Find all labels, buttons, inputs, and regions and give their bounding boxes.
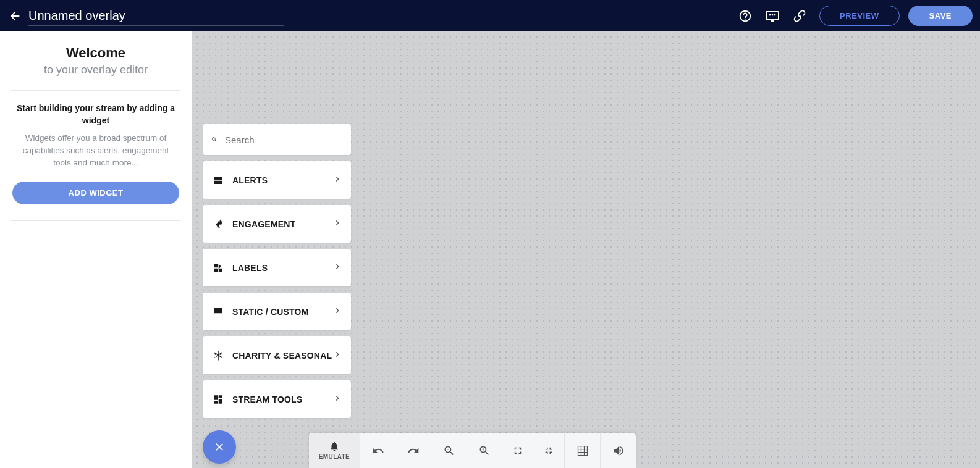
server-icon — [213, 175, 224, 186]
overlay-title-input[interactable] — [28, 6, 284, 26]
zoom-out-button[interactable] — [431, 433, 467, 468]
save-button[interactable]: SAVE — [908, 6, 973, 26]
preview-button[interactable]: PREVIEW — [819, 6, 899, 26]
close-icon — [213, 441, 226, 453]
help-icon — [738, 9, 752, 23]
snowflake-icon — [213, 350, 224, 361]
widget-picker: ALERTS ENGAGEMENT LABELS STATIC / CUSTOM — [203, 124, 351, 418]
category-label: STATIC / CUSTOM — [232, 307, 332, 317]
link-icon — [793, 9, 806, 23]
widget-search-input[interactable] — [225, 135, 342, 145]
svg-rect-3 — [214, 313, 222, 315]
category-charity-seasonal[interactable]: CHARITY & SEASONAL — [203, 336, 351, 374]
category-stream-tools[interactable]: STREAM TOOLS — [203, 380, 351, 418]
arrow-left-icon — [8, 9, 22, 23]
category-labels[interactable]: LABELS — [203, 249, 351, 286]
canvas-toolbar: EMULATE — [309, 433, 636, 468]
chevron-right-icon — [332, 262, 342, 272]
category-engagement[interactable]: ENGAGEMENT — [203, 205, 351, 243]
chevron-right-icon — [332, 306, 342, 315]
fullscreen-exit-icon — [543, 445, 554, 456]
category-label: ALERTS — [232, 175, 332, 185]
volume-icon — [612, 445, 625, 457]
bell-icon — [329, 441, 340, 452]
fullscreen-button[interactable] — [502, 433, 533, 468]
top-bar: PREVIEW SAVE — [0, 0, 980, 31]
svg-point-1 — [772, 14, 774, 15]
welcome-subtitle: to your overlay editor — [11, 64, 180, 77]
category-static-custom[interactable]: STATIC / CUSTOM — [203, 293, 351, 330]
category-label: STREAM TOOLS — [232, 395, 332, 404]
zoom-in-button[interactable] — [467, 433, 502, 468]
divider — [11, 90, 180, 91]
fullscreen-icon — [512, 445, 523, 456]
search-icon — [211, 133, 218, 146]
canvas[interactable]: ALERTS ENGAGEMENT LABELS STATIC / CUSTOM — [192, 31, 980, 468]
chevron-right-icon — [332, 218, 342, 228]
chevron-right-icon — [332, 174, 342, 184]
emulate-label: EMULATE — [319, 453, 350, 460]
sidebar-description: Widgets offer you a broad spectrum of ca… — [11, 132, 180, 170]
emulate-button[interactable]: EMULATE — [309, 433, 360, 468]
undo-button[interactable] — [360, 433, 395, 468]
widget-search[interactable] — [203, 124, 351, 155]
grid-toggle-button[interactable] — [565, 433, 600, 468]
display-settings-button[interactable] — [761, 5, 784, 27]
category-label: CHARITY & SEASONAL — [232, 351, 332, 361]
zoom-out-icon — [443, 445, 455, 457]
fullscreen-exit-button[interactable] — [533, 433, 564, 468]
redo-button[interactable] — [395, 433, 431, 468]
zoom-in-icon — [478, 445, 491, 457]
sidebar-lead: Start building your stream by adding a w… — [11, 102, 180, 127]
back-button[interactable] — [7, 9, 22, 23]
volume-button[interactable] — [601, 433, 636, 468]
monitor-icon — [765, 10, 780, 22]
category-label: ENGAGEMENT — [232, 219, 332, 229]
add-widget-button[interactable]: ADD WIDGET — [12, 182, 179, 204]
close-picker-button[interactable] — [203, 430, 236, 464]
undo-icon — [372, 445, 384, 457]
chevron-right-icon — [332, 349, 342, 359]
widgets-icon — [213, 262, 224, 274]
divider — [11, 220, 180, 221]
panel-icon — [213, 306, 224, 317]
svg-point-0 — [769, 14, 771, 15]
category-alerts[interactable]: ALERTS — [203, 161, 351, 199]
dashboard-icon — [213, 394, 224, 405]
fire-icon — [213, 219, 224, 230]
chevron-right-icon — [332, 393, 342, 403]
welcome-title: Welcome — [11, 45, 180, 61]
grid-icon — [577, 445, 589, 457]
svg-point-2 — [774, 14, 776, 15]
sidebar: Welcome to your overlay editor Start bui… — [0, 31, 192, 468]
help-button[interactable] — [734, 5, 756, 27]
category-label: LABELS — [232, 263, 332, 273]
redo-icon — [407, 445, 420, 457]
link-button[interactable] — [788, 5, 811, 27]
